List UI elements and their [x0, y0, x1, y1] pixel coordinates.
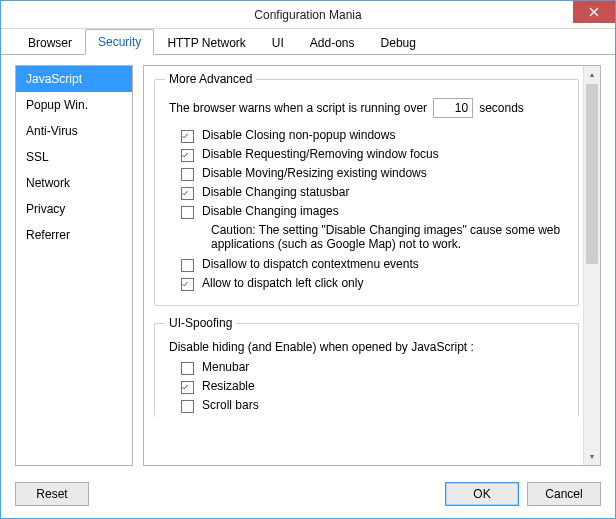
cancel-button[interactable]: Cancel	[527, 482, 601, 506]
checkbox[interactable]	[181, 400, 194, 413]
tab-ui[interactable]: UI	[259, 30, 297, 55]
opt-disable-statusbar: Disable Changing statusbar	[181, 185, 568, 200]
opt-disallow-contextmenu: Disallow to dispatch contextmenu events	[181, 257, 568, 272]
warn-script-pre: The browser warns when a script is runni…	[169, 101, 427, 115]
sidebar-item-popup-win[interactable]: Popup Win.	[16, 92, 132, 118]
checkbox[interactable]	[181, 381, 194, 394]
opt-disable-moving: Disable Moving/Resizing existing windows	[181, 166, 568, 181]
checkbox-label: Disable Requesting/Removing window focus	[202, 147, 439, 161]
group-more-advanced-legend: More Advanced	[165, 72, 256, 86]
tab-security[interactable]: Security	[85, 29, 154, 55]
scroll-up-icon[interactable]: ▴	[584, 66, 600, 83]
checkbox-label: Disable Closing non-popup windows	[202, 128, 395, 142]
sidebar-item-privacy[interactable]: Privacy	[16, 196, 132, 222]
config-window: Configuration Mania Browser Security HTT…	[0, 0, 616, 519]
tab-browser[interactable]: Browser	[15, 30, 85, 55]
close-button[interactable]	[573, 1, 615, 23]
caution-text: Caution: The setting "Disable Changing i…	[211, 223, 568, 251]
settings-scroll-content: More Advanced The browser warns when a s…	[144, 66, 583, 465]
sidebar-item-ssl[interactable]: SSL	[16, 144, 132, 170]
footer: Reset OK Cancel	[1, 474, 615, 518]
ok-button[interactable]: OK	[445, 482, 519, 506]
opt-menubar: Menubar	[181, 360, 568, 375]
checkbox[interactable]	[181, 168, 194, 181]
window-title: Configuration Mania	[254, 8, 361, 22]
checkbox[interactable]	[181, 206, 194, 219]
tab-http-network[interactable]: HTTP Network	[154, 30, 258, 55]
warn-script-post: seconds	[479, 101, 524, 115]
tab-addons[interactable]: Add-ons	[297, 30, 368, 55]
checkbox-label: Menubar	[202, 360, 249, 374]
group-ui-spoofing-legend: UI-Spoofing	[165, 316, 236, 330]
opt-allow-left-click: Allow to dispatch left click only	[181, 276, 568, 291]
ui-spoofing-subtext: Disable hiding (and Enable) when opened …	[169, 340, 568, 354]
sidebar-item-referrer[interactable]: Referrer	[16, 222, 132, 248]
checkbox[interactable]	[181, 149, 194, 162]
checkbox-label: Disable Moving/Resizing existing windows	[202, 166, 427, 180]
sidebar-item-javascript[interactable]: JavaScript	[16, 66, 132, 92]
opt-disable-images: Disable Changing images	[181, 204, 568, 219]
scroll-thumb[interactable]	[586, 84, 598, 264]
checkbox[interactable]	[181, 187, 194, 200]
checkbox[interactable]	[181, 259, 194, 272]
checkbox-label: Disable Changing statusbar	[202, 185, 349, 199]
checkbox-label: Allow to dispatch left click only	[202, 276, 363, 290]
close-icon	[589, 7, 599, 17]
checkbox-label: Resizable	[202, 379, 255, 393]
group-ui-spoofing: UI-Spoofing Disable hiding (and Enable) …	[154, 316, 579, 417]
checkbox-label: Disable Changing images	[202, 204, 339, 218]
opt-resizable: Resizable	[181, 379, 568, 394]
warn-script-row: The browser warns when a script is runni…	[169, 98, 568, 118]
content-area: JavaScript Popup Win. Anti-Virus SSL Net…	[1, 55, 615, 474]
scroll-down-icon[interactable]: ▾	[584, 448, 600, 465]
vertical-scrollbar[interactable]: ▴ ▾	[583, 66, 600, 465]
reset-button[interactable]: Reset	[15, 482, 89, 506]
settings-panel: More Advanced The browser warns when a s…	[143, 65, 601, 466]
titlebar: Configuration Mania	[1, 1, 615, 29]
sidebar-item-anti-virus[interactable]: Anti-Virus	[16, 118, 132, 144]
checkbox[interactable]	[181, 362, 194, 375]
checkbox-label: Disallow to dispatch contextmenu events	[202, 257, 419, 271]
warn-script-seconds-input[interactable]	[433, 98, 473, 118]
tab-bar: Browser Security HTTP Network UI Add-ons…	[1, 29, 615, 55]
checkbox[interactable]	[181, 278, 194, 291]
tab-debug[interactable]: Debug	[368, 30, 429, 55]
opt-scrollbars: Scroll bars	[181, 398, 568, 413]
group-more-advanced: More Advanced The browser warns when a s…	[154, 72, 579, 306]
sidebar: JavaScript Popup Win. Anti-Virus SSL Net…	[15, 65, 133, 466]
checkbox[interactable]	[181, 130, 194, 143]
opt-disable-closing: Disable Closing non-popup windows	[181, 128, 568, 143]
opt-disable-focus: Disable Requesting/Removing window focus	[181, 147, 568, 162]
sidebar-item-network[interactable]: Network	[16, 170, 132, 196]
checkbox-label: Scroll bars	[202, 398, 259, 412]
